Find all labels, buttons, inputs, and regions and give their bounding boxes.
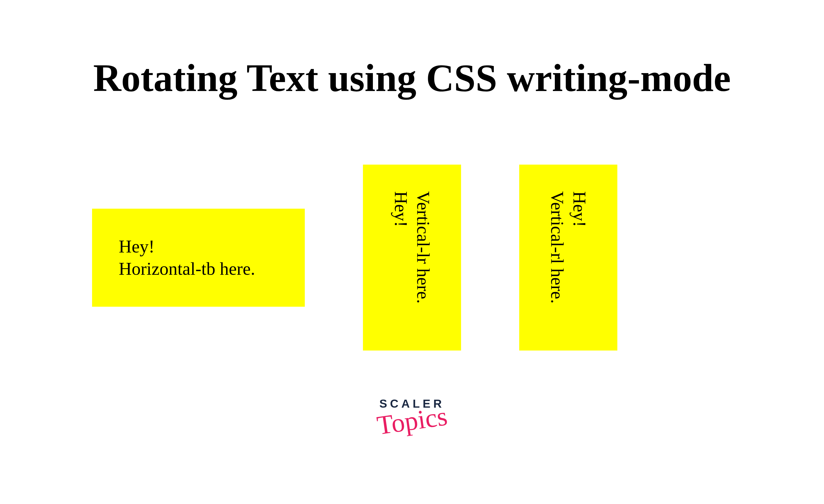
scaler-topics-logo: SCALER Topics [377, 397, 447, 436]
box-line1: Hey! [570, 191, 590, 227]
box-line2: Vertical-rl here. [547, 191, 567, 303]
box-line1: Hey! [119, 237, 154, 256]
box-vertical-rl: Hey! Vertical-rl here. [519, 165, 617, 351]
demo-boxes-row: Hey! Horizontal-tb here. Hey! Vertical-l… [0, 165, 824, 351]
box-line1: Hey! [391, 191, 411, 227]
box-line2: Vertical-lr here. [413, 191, 433, 303]
box-horizontal-tb: Hey! Horizontal-tb here. [92, 209, 305, 307]
box-vertical-lr: Hey! Vertical-lr here. [363, 165, 461, 351]
page-heading: Rotating Text using CSS writing-mode [0, 56, 824, 101]
box-line2: Horizontal-tb here. [119, 259, 255, 279]
